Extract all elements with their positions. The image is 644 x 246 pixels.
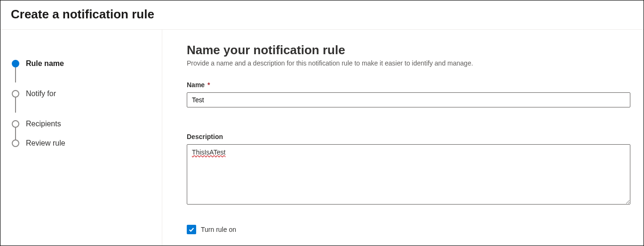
check-icon	[188, 226, 195, 233]
panel-header: Create a notification rule	[0, 0, 644, 30]
step-notify-for[interactable]: Notify for	[12, 79, 152, 109]
name-label: Name *	[187, 81, 630, 89]
main-content: Name your notification rule Provide a na…	[162, 30, 644, 246]
step-review-rule[interactable]: Review rule	[12, 139, 152, 148]
wizard-steps-sidebar: Rule name Notify for Recipients Review r…	[0, 30, 162, 246]
step-label: Rule name	[26, 59, 64, 68]
description-textarea[interactable]	[187, 144, 630, 205]
step-indicator-icon	[12, 139, 19, 147]
step-indicator-icon	[12, 90, 19, 98]
step-label: Recipients	[26, 120, 61, 128]
name-field-group: Name *	[187, 81, 630, 107]
description-field-group: Description ThisIsATest	[187, 133, 630, 206]
step-rule-name[interactable]: Rule name	[12, 49, 152, 79]
turn-rule-on-label: Turn rule on	[201, 226, 236, 233]
page-title: Create a notification rule	[11, 7, 633, 22]
section-heading: Name your notification rule	[187, 43, 630, 57]
turn-rule-on-checkbox[interactable]	[187, 225, 196, 234]
step-recipients[interactable]: Recipients	[12, 109, 152, 139]
description-label: Description	[187, 133, 630, 140]
step-indicator-icon	[12, 60, 19, 67]
section-subtitle: Provide a name and a description for thi…	[187, 59, 630, 67]
step-label: Notify for	[26, 90, 56, 98]
name-label-text: Name	[187, 81, 205, 89]
step-indicator-icon	[12, 120, 19, 128]
name-input[interactable]	[187, 92, 630, 107]
turn-rule-on-row[interactable]: Turn rule on	[187, 225, 630, 234]
step-label: Review rule	[26, 139, 65, 148]
required-indicator: *	[207, 81, 210, 89]
